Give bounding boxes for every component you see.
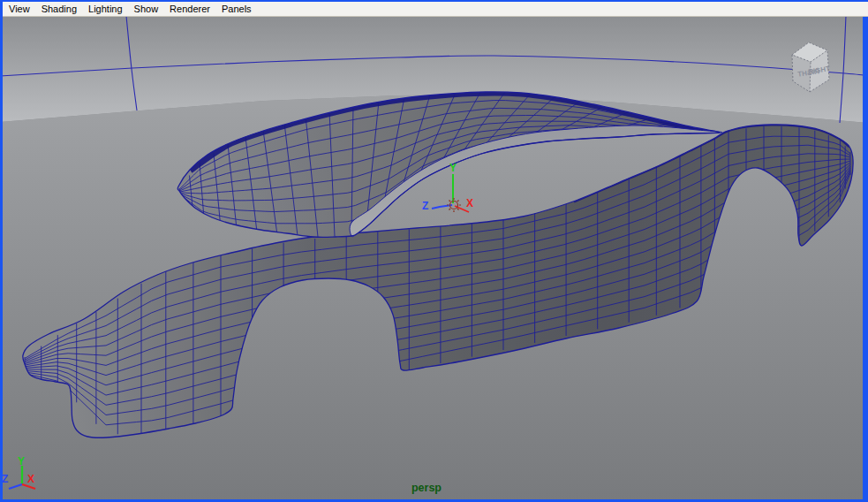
- corner-z-label: Z: [2, 473, 8, 485]
- perspective-viewport[interactable]: RIGHT RIGHT Y Z X Y: [0, 0, 868, 502]
- menu-item-show[interactable]: Show: [134, 4, 159, 14]
- menu-item-shading[interactable]: Shading: [42, 4, 77, 14]
- menu-item-lighting[interactable]: Lighting: [88, 4, 123, 14]
- menu-item-view[interactable]: View: [9, 4, 30, 14]
- panel-menubar: View Shading Lighting Show Renderer Pane…: [3, 2, 868, 17]
- corner-x-label: X: [27, 473, 34, 485]
- origin-y-label: Y: [449, 162, 457, 174]
- corner-y-label: Y: [18, 455, 25, 468]
- menu-item-panels[interactable]: Panels: [222, 4, 252, 14]
- maya-window: View Shading Lighting Show Renderer Pane…: [0, 0, 868, 502]
- menu-item-renderer[interactable]: Renderer: [170, 4, 210, 14]
- origin-z-label: Z: [422, 200, 428, 212]
- camera-name-label: persp: [411, 482, 442, 494]
- origin-x-label: X: [466, 197, 473, 209]
